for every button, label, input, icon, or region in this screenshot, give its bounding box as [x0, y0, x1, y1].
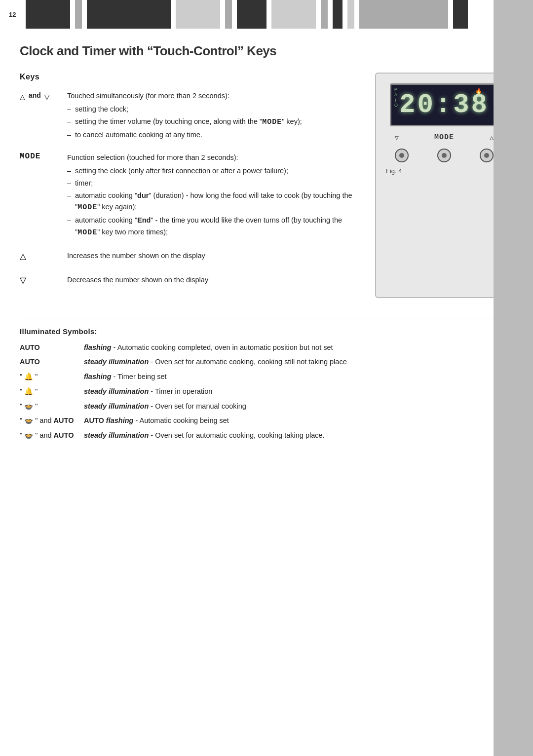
arrows-description: Touched simultaneously (for more than 2 … [67, 90, 360, 142]
header-segment-4 [176, 0, 220, 29]
triangle-down-icon: ▽ [44, 91, 50, 102]
circle-inner-right [484, 153, 489, 158]
auto-bold-2: AUTO [20, 357, 40, 368]
fig-label: Fig. 4 [386, 167, 402, 175]
mode-bullet-end: automatic cooking "End" - the time you w… [67, 215, 360, 238]
mode-bullet-dur: automatic cooking "dur" (duration) - how… [67, 190, 360, 214]
header-segment-6 [237, 0, 266, 29]
header-bar: 12 [0, 0, 533, 29]
sym-desc-1: flashing - Automatic cooking completed, … [84, 342, 513, 353]
section-title: Clock and Timer with “Touch-Control” Key… [20, 43, 513, 59]
header-segment-8 [321, 0, 328, 29]
sym-desc-4: steady illumination - Timer in operation [84, 386, 513, 397]
sym-col-2: AUTO [20, 357, 84, 368]
bullet-volume: setting the timer volume (by touching on… [67, 116, 360, 128]
display-buttons-row: ▽ MODE △ [390, 133, 498, 142]
lcd-time-display: 20:38 [399, 90, 489, 120]
and-auto-2: and AUTO [39, 430, 74, 441]
mode-bullet-clock: setting the clock (only after first conn… [67, 165, 360, 177]
sym-col-3: " 🔔 " [20, 372, 84, 382]
pot-icon-1: " 🍲 " [20, 401, 38, 412]
key-row-arrows: △ and ▽ Touched simultaneously (for more… [20, 90, 360, 142]
flashing-3: flashing [84, 373, 112, 380]
header-segment-9 [333, 0, 343, 29]
decrease-description: Decreases the number shown on the displa… [67, 274, 360, 286]
flashing-6: flashing [106, 416, 134, 424]
sym-col-4: " 🔔 " [20, 386, 84, 397]
header-segment-7 [271, 0, 316, 29]
sym-col-5: " 🍲 " [20, 401, 84, 412]
sym-desc-3: flashing - Timer being set [84, 372, 513, 382]
triangle-up-large-icon: △ [20, 250, 26, 263]
display-circles-row [390, 149, 498, 162]
display-btn-center: MODE [434, 133, 454, 142]
bell-icon-1: " 🔔 " [20, 372, 38, 382]
symbol-row-6: " 🍲 " and AUTO AUTO flashing - Automatic… [20, 416, 513, 426]
key-row-mode: MODE Function selection (touched for mor… [20, 152, 360, 240]
lcd-top-icons: PATO [394, 87, 398, 108]
increase-description: Increases the number shown on the displa… [67, 250, 360, 262]
main-content: Clock and Timer with “Touch-Control” Key… [0, 29, 533, 465]
illuminated-section: Illuminated Symbols: AUTO flashing - Aut… [20, 327, 513, 441]
header-segment-5 [225, 0, 232, 29]
header-segment-1 [26, 0, 70, 29]
auto-bold-1: AUTO [20, 342, 40, 353]
flashing-1: flashing [84, 343, 112, 351]
triangle-down-large-icon: ▽ [20, 274, 26, 287]
steady-5: steady illumination [84, 402, 149, 410]
display-circle-left[interactable] [395, 149, 409, 162]
steady-4: steady illumination [84, 387, 149, 395]
display-panel: PATO 🔥 20:38 ▽ MODE △ [375, 73, 513, 298]
display-btn-right: △ [490, 134, 494, 142]
sym-desc-7: steady illumination - Oven set for autom… [84, 430, 513, 441]
display-circle-right[interactable] [480, 149, 494, 162]
auto-prefix-6: AUTO [84, 416, 106, 424]
header-segment-3 [87, 0, 171, 29]
symbol-row-4: " 🔔 " steady illumination - Timer in ope… [20, 386, 513, 397]
steady-7: steady illumination [84, 431, 149, 439]
sym-col-1: AUTO [20, 342, 84, 353]
lcd-top-right-icon: 🔥 [475, 88, 482, 94]
pot-icon-3: " 🍲 " [20, 430, 38, 441]
triangle-up-icon: △ [20, 91, 25, 102]
sym-col-6: " 🍲 " and AUTO [20, 416, 84, 426]
keys-content: Keys △ and ▽ Touched simultaneously (for… [20, 73, 360, 298]
illuminated-label: Illuminated Symbols: [20, 327, 513, 336]
sym-col-7: " 🍲 " and AUTO [20, 430, 84, 441]
steady-2: steady illumination [84, 358, 149, 366]
key-row-decrease: ▽ Decreases the number shown on the disp… [20, 274, 360, 287]
symbol-row-7: " 🍲 " and AUTO steady illumination - Ove… [20, 430, 513, 441]
increase-symbol: △ [20, 250, 59, 263]
decrease-symbol: ▽ [20, 274, 59, 287]
and-auto-1: and AUTO [39, 416, 74, 426]
mode-description: Function selection (touched for more tha… [67, 152, 360, 240]
display-btn-left: ▽ [395, 134, 399, 142]
arrows-symbol: △ and ▽ [20, 90, 59, 102]
header-segment-2 [75, 0, 82, 29]
symbol-row-2: AUTO steady illumination - Oven set for … [20, 357, 513, 368]
sym-desc-2: steady illumination - Oven set for autom… [84, 357, 513, 368]
symbol-row-5: " 🍲 " steady illumination - Oven set for… [20, 401, 513, 412]
bullet-clock: setting the clock; [67, 104, 360, 115]
mode-symbol: MODE [20, 152, 59, 161]
key-row-increase: △ Increases the number shown on the disp… [20, 250, 360, 263]
display-circle-center[interactable] [437, 149, 451, 162]
sym-desc-6: AUTO flashing - Automatic cooking being … [84, 416, 513, 426]
keys-section: Keys △ and ▽ Touched simultaneously (for… [20, 73, 513, 298]
bullet-cancel: to cancel automatic cooking at any time. [67, 129, 360, 141]
keys-label: Keys [20, 73, 360, 81]
right-column [494, 0, 533, 756]
header-segment-10 [347, 0, 354, 29]
page-number: 12 [9, 0, 21, 29]
circle-inner-center [442, 153, 447, 158]
symbol-row-1: AUTO flashing - Automatic cooking comple… [20, 342, 513, 353]
circle-inner-left [399, 153, 404, 158]
mode-bullet-timer: timer; [67, 178, 360, 189]
and-text: and [27, 91, 42, 99]
header-segment-11 [359, 0, 448, 29]
symbol-row-3: " 🔔 " flashing - Timer being set [20, 372, 513, 382]
lcd-display: PATO 🔥 20:38 [390, 83, 498, 126]
sym-desc-5: steady illumination - Oven set for manua… [84, 401, 513, 412]
header-segment-12 [453, 0, 468, 29]
bell-icon-2: " 🔔 " [20, 386, 38, 397]
